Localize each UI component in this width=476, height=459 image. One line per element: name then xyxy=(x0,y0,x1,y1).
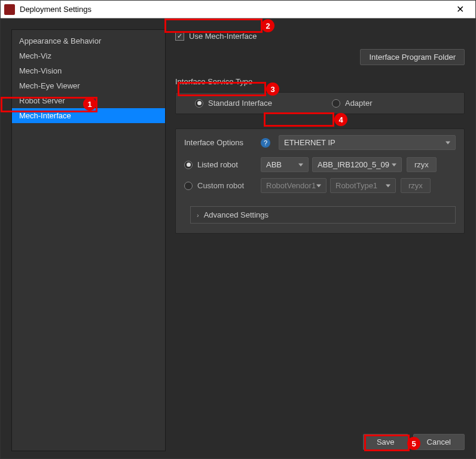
use-mech-interface-row: ✓ Use Mech-Interface xyxy=(175,29,465,43)
interface-options-select[interactable]: ETHERNET IP xyxy=(279,135,456,150)
listed-robot-vendor-select[interactable]: ABB xyxy=(261,157,309,172)
app-icon xyxy=(4,4,15,15)
use-mech-interface-label: Use Mech-Interface xyxy=(189,32,257,41)
window-title: Deployment Settings xyxy=(20,5,448,14)
chevron-right-icon: › xyxy=(197,212,199,219)
custom-robot-radio[interactable] xyxy=(184,182,193,190)
sidebar-item-mech-eye-viewer[interactable]: Mech-Eye Viewer xyxy=(12,78,165,93)
advanced-settings-expander[interactable]: › Advanced Settings xyxy=(190,206,456,224)
help-icon[interactable]: ? xyxy=(261,138,270,148)
standard-interface-label[interactable]: Standard Interface xyxy=(208,99,272,108)
custom-robot-type-select: RobotType1 xyxy=(330,178,396,193)
custom-robot-label[interactable]: Custom robot xyxy=(197,181,252,190)
adapter-label[interactable]: Adapter xyxy=(345,99,373,108)
custom-robot-vendor-select: RobotVendor1 xyxy=(261,178,327,193)
service-type-panel: Standard Interface Adapter xyxy=(175,92,465,114)
custom-robot-euler-button: rzyx xyxy=(401,178,431,193)
titlebar: Deployment Settings ✕ xyxy=(1,1,475,19)
sidebar-item-mech-viz[interactable]: Mech-Viz xyxy=(12,48,165,63)
listed-robot-euler-button[interactable]: rzyx xyxy=(407,157,437,172)
sidebar-item-appearance-behavior[interactable]: Appearance & Behavior xyxy=(12,33,165,48)
content-area: Appearance & BehaviorMech-VizMech-Vision… xyxy=(1,19,475,458)
main-panel: ✓ Use Mech-Interface Interface Program F… xyxy=(175,29,465,451)
dialog-footer: Save Cancel xyxy=(363,434,465,450)
cancel-button[interactable]: Cancel xyxy=(413,434,465,450)
close-button[interactable]: ✕ xyxy=(448,4,472,15)
interface-options-panel: Interface Options ? ETHERNET IP Listed r… xyxy=(175,128,465,234)
listed-robot-model-select[interactable]: ABB_IRB1200_5_09 xyxy=(312,157,402,172)
listed-robot-radio[interactable] xyxy=(184,161,193,169)
sidebar: Appearance & BehaviorMech-VizMech-Vision… xyxy=(11,29,166,451)
adapter-radio[interactable] xyxy=(332,99,340,108)
interface-program-folder-button[interactable]: Interface Program Folder xyxy=(360,49,465,65)
use-mech-interface-checkbox[interactable]: ✓ xyxy=(175,32,184,41)
sidebar-item-mech-vision[interactable]: Mech-Vision xyxy=(12,63,165,78)
deployment-settings-window: Deployment Settings ✕ Appearance & Behav… xyxy=(0,0,476,459)
sidebar-item-robot-server[interactable]: Robot Server xyxy=(12,93,165,108)
save-button[interactable]: Save xyxy=(363,434,408,450)
listed-robot-label[interactable]: Listed robot xyxy=(197,160,252,169)
service-type-label: Interface Service Type xyxy=(175,77,465,86)
advanced-settings-label: Advanced Settings xyxy=(204,210,268,219)
standard-interface-radio[interactable] xyxy=(195,99,203,108)
interface-options-label: Interface Options xyxy=(184,138,256,147)
sidebar-item-mech-interface[interactable]: Mech-Interface xyxy=(12,108,165,123)
